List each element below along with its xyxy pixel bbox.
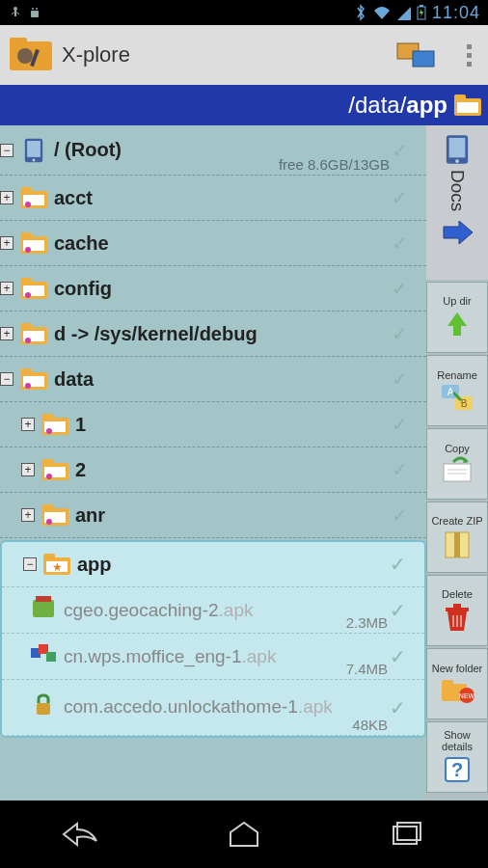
check-icon[interactable]: ✓ bbox=[392, 322, 417, 345]
expand-icon[interactable]: + bbox=[0, 191, 14, 204]
show-details-button[interactable]: Show details ? bbox=[426, 721, 488, 793]
folder-label: app bbox=[77, 554, 390, 576]
svg-rect-14 bbox=[454, 95, 466, 100]
collapse-icon[interactable]: − bbox=[23, 557, 37, 571]
rename-button[interactable]: Rename AB bbox=[426, 355, 488, 426]
check-icon[interactable]: ✓ bbox=[392, 139, 417, 162]
collapse-icon[interactable]: − bbox=[0, 144, 14, 157]
folder-label: config bbox=[54, 278, 392, 300]
path-prefix: /data/ bbox=[348, 92, 406, 119]
app-title: X-plore bbox=[62, 42, 395, 68]
create-zip-button[interactable]: Create ZIP bbox=[426, 502, 488, 573]
folder-label: 1 bbox=[75, 414, 392, 436]
storage-info: free 8.6GB/13GB bbox=[279, 156, 390, 173]
usb-debug-icon bbox=[8, 5, 23, 20]
tree-row[interactable]: +config✓ bbox=[0, 266, 426, 312]
selected-folder-area: − ★ app ✓ cgeo.geocaching-2.apk✓2.3MBcn.… bbox=[0, 540, 426, 738]
check-icon[interactable]: ✓ bbox=[392, 503, 417, 527]
check-icon[interactable]: ✓ bbox=[390, 553, 415, 576]
file-icon bbox=[29, 640, 64, 673]
recent-button[interactable] bbox=[378, 815, 436, 854]
tree-row[interactable]: +acct✓ bbox=[0, 176, 426, 221]
signal-icon bbox=[397, 5, 411, 20]
check-icon[interactable]: ✓ bbox=[392, 367, 417, 391]
secondary-pane-tab[interactable]: Docs bbox=[426, 125, 488, 280]
wifi-icon bbox=[372, 5, 392, 20]
tree-row[interactable]: +2✓ bbox=[0, 448, 426, 493]
tree-row[interactable]: +d -> /sys/kernel/debug✓ bbox=[0, 312, 426, 357]
expand-icon[interactable]: + bbox=[0, 282, 14, 295]
svg-rect-59 bbox=[46, 652, 56, 662]
svg-rect-79 bbox=[442, 680, 453, 686]
svg-point-38 bbox=[25, 383, 31, 389]
collapse-icon[interactable]: − bbox=[0, 372, 14, 386]
delete-button[interactable]: Delete bbox=[426, 575, 488, 646]
tree-row-app[interactable]: − ★ app ✓ bbox=[2, 542, 424, 587]
tree-row-data[interactable]: − data ✓ bbox=[0, 357, 426, 402]
dual-pane-icon[interactable] bbox=[395, 38, 438, 72]
file-icon bbox=[29, 594, 64, 627]
file-row[interactable]: com.accedo.unlockathome-1.apk✓48KB bbox=[2, 680, 424, 736]
svg-rect-28 bbox=[20, 278, 32, 284]
svg-point-4 bbox=[36, 8, 38, 10]
svg-rect-20 bbox=[20, 187, 32, 193]
tree-row[interactable]: +anr✓ bbox=[0, 493, 426, 538]
svg-rect-68 bbox=[444, 464, 471, 481]
svg-rect-6 bbox=[420, 5, 423, 7]
check-icon[interactable]: ✓ bbox=[392, 231, 417, 255]
action-toolbar: Up dir Rename AB Copy Create ZIP Delete … bbox=[426, 280, 488, 800]
svg-point-34 bbox=[25, 338, 31, 343]
check-icon[interactable]: ✓ bbox=[392, 186, 417, 209]
button-label: Rename bbox=[437, 369, 477, 381]
up-dir-button[interactable]: Up dir bbox=[426, 282, 488, 353]
file-size: 48KB bbox=[352, 717, 388, 733]
button-label: Up dir bbox=[443, 295, 471, 307]
check-icon[interactable]: ✓ bbox=[392, 413, 417, 436]
folder-icon bbox=[41, 412, 69, 437]
new-folder-icon: NEW bbox=[440, 676, 474, 705]
svg-text:★: ★ bbox=[52, 560, 63, 574]
path-bar[interactable]: /data/app bbox=[0, 85, 488, 125]
device-icon bbox=[19, 138, 48, 163]
svg-point-3 bbox=[32, 8, 34, 10]
path-current: app bbox=[406, 92, 447, 119]
svg-rect-62 bbox=[449, 138, 466, 157]
check-icon[interactable]: ✓ bbox=[390, 645, 415, 668]
button-label: Copy bbox=[445, 443, 470, 454]
expand-icon[interactable]: + bbox=[21, 463, 35, 476]
new-folder-button[interactable]: New folder NEW bbox=[426, 648, 488, 719]
svg-rect-52 bbox=[43, 554, 55, 559]
expand-icon[interactable]: + bbox=[0, 327, 14, 340]
check-icon[interactable]: ✓ bbox=[392, 458, 417, 481]
expand-icon[interactable]: + bbox=[0, 236, 14, 250]
tree-row-root[interactable]: − / (Root) ✓ free 8.6GB/13GB bbox=[0, 125, 426, 176]
svg-rect-56 bbox=[36, 596, 51, 602]
back-icon bbox=[62, 822, 100, 847]
svg-rect-24 bbox=[20, 232, 32, 238]
expand-icon[interactable]: + bbox=[21, 508, 35, 522]
back-button[interactable] bbox=[52, 815, 110, 854]
svg-rect-8 bbox=[10, 38, 27, 45]
file-row[interactable]: cn.wps.moffice_eng-1.apk✓7.4MB bbox=[2, 634, 424, 680]
bluetooth-icon bbox=[355, 4, 366, 21]
file-row[interactable]: cgeo.geocaching-2.apk✓2.3MB bbox=[2, 587, 424, 634]
tree-row[interactable]: +cache✓ bbox=[0, 221, 426, 266]
svg-point-26 bbox=[25, 247, 31, 253]
check-icon[interactable]: ✓ bbox=[390, 599, 415, 622]
button-label: Delete bbox=[442, 588, 473, 600]
check-icon[interactable]: ✓ bbox=[390, 696, 415, 719]
arrow-right-icon bbox=[440, 219, 474, 246]
svg-point-63 bbox=[455, 159, 459, 163]
svg-text:A: A bbox=[447, 387, 454, 397]
clock: 11:04 bbox=[432, 3, 480, 23]
home-button[interactable] bbox=[215, 815, 273, 854]
tree-row[interactable]: +1✓ bbox=[0, 402, 426, 448]
expand-icon[interactable]: + bbox=[21, 418, 35, 431]
overflow-menu-button[interactable] bbox=[457, 44, 480, 67]
svg-rect-32 bbox=[20, 323, 32, 329]
copy-button[interactable]: Copy bbox=[426, 428, 488, 500]
check-icon[interactable]: ✓ bbox=[392, 277, 417, 300]
folder-label: cache bbox=[54, 232, 392, 255]
android-icon bbox=[27, 5, 42, 20]
trash-icon bbox=[442, 602, 473, 633]
